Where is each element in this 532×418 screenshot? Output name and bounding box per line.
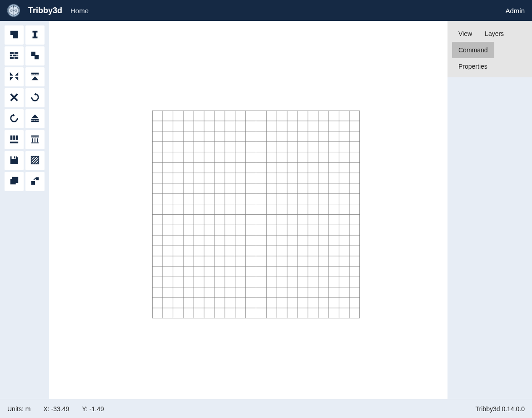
units-label: Units: [7,405,24,413]
redo-tool[interactable] [5,109,24,128]
copy-icon [9,176,19,187]
x-value: -33.49 [51,405,70,413]
areaload-tool[interactable] [25,130,45,149]
close-icon [9,92,19,104]
version-label: Tribby3d 0.14.0.0 [476,405,525,413]
svg-rect-7 [13,55,16,56]
slab-icon [9,30,19,41]
svg-rect-13 [10,141,18,143]
status-y: Y: -1.49 [82,405,104,413]
undo-icon [30,92,40,104]
tab-layers[interactable]: Layers [478,25,510,42]
tab-view[interactable]: View [452,25,478,42]
lineload-tool[interactable] [5,130,24,149]
hatch-tool[interactable] [25,151,45,170]
status-left: Units: m X: -33.49 Y: -1.49 [7,405,104,413]
move-icon [30,176,40,187]
linesupport-tool[interactable] [25,67,45,86]
panel-tabs: View Layers Command Properties [447,21,532,75]
column-tool[interactable] [25,25,45,45]
svg-rect-15 [31,142,39,143]
units-value: m [25,405,31,413]
pointload-icon [30,113,40,125]
save-icon [9,155,19,166]
svg-rect-9 [10,57,14,59]
statusbar: Units: m X: -33.49 Y: -1.49 Tribby3d 0.1… [0,399,532,418]
app-logo-icon: T 3 D [7,4,20,17]
grid [152,111,360,318]
header-left: T 3 D Tribby3d Home [7,4,89,17]
svg-rect-6 [10,55,12,56]
svg-rect-14 [31,135,39,136]
tab-properties[interactable]: Properties [452,58,494,75]
panel-body [447,77,532,399]
pointload-tool[interactable] [25,109,45,128]
areaload-icon [30,134,40,146]
undo-tool[interactable] [25,88,45,107]
svg-rect-12 [31,118,39,120]
lineload-icon [9,134,19,146]
svg-rect-8 [17,55,18,56]
svg-rect-4 [10,52,14,54]
move-tool[interactable] [25,172,45,191]
x-label: X: [43,405,49,413]
y-label: Y: [82,405,87,413]
wall-tool[interactable] [5,46,24,65]
svg-text:D: D [15,10,17,13]
app-title: Tribby3d [28,6,62,15]
toolbar [0,21,49,399]
opening-tool[interactable] [25,46,45,65]
main: View Layers Command Properties [0,21,532,399]
save-tool[interactable] [5,151,24,170]
admin-link[interactable]: Admin [505,7,525,15]
svg-text:3: 3 [10,10,12,13]
trim-icon [9,71,19,83]
svg-text:T: T [13,6,14,9]
opening-icon [30,50,40,62]
svg-rect-5 [15,52,18,54]
svg-rect-21 [36,177,39,180]
hatch-icon [30,155,40,166]
wall-icon [9,50,19,62]
redo-icon [9,113,19,125]
trim-tool[interactable] [5,67,24,86]
linesupport-icon [30,71,40,83]
status-x: X: -33.49 [43,405,69,413]
tab-command[interactable]: Command [452,42,494,58]
svg-rect-10 [15,57,18,59]
canvas[interactable] [49,21,447,399]
close-tool[interactable] [5,88,24,107]
status-units: Units: m [7,405,30,413]
slab-tool[interactable] [5,25,24,45]
column-icon [30,30,40,41]
home-link[interactable]: Home [70,7,89,15]
svg-rect-20 [31,181,35,185]
header: T 3 D Tribby3d Home Admin [0,0,532,21]
svg-rect-11 [31,72,39,74]
svg-rect-19 [12,177,18,182]
y-value: -1.49 [89,405,104,413]
right-panel: View Layers Command Properties [447,21,532,399]
copy-tool[interactable] [5,172,24,191]
